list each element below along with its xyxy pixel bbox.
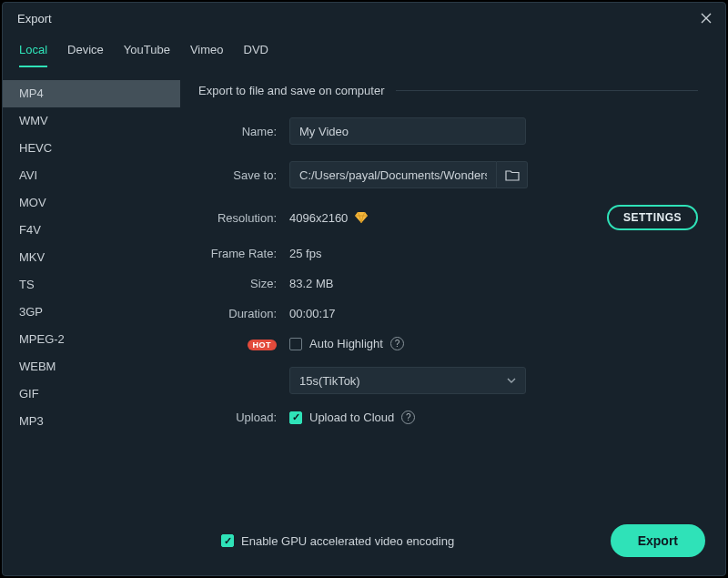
auto-highlight-checkbox[interactable] [289, 338, 302, 350]
save-to-input[interactable] [289, 161, 497, 188]
select-value: 15s(TikTok) [299, 374, 360, 388]
format-item-mov[interactable]: MOV [3, 189, 180, 217]
resolution-label: Resolution: [198, 211, 289, 225]
export-button[interactable]: Export [611, 524, 705, 557]
highlight-duration-select[interactable]: 15s(TikTok) [289, 367, 526, 394]
upload-cloud-label: Upload to Cloud [309, 411, 394, 424]
format-item-mp3[interactable]: MP3 [3, 408, 180, 435]
row-duration: Duration: 00:00:17 [198, 307, 698, 320]
window-title: Export [17, 12, 52, 25]
name-input[interactable] [289, 117, 526, 145]
format-item-wmv[interactable]: WMV [3, 107, 180, 135]
folder-icon [505, 169, 520, 181]
chevron-down-icon [507, 378, 516, 383]
row-highlight-select: 15s(TikTok) [198, 367, 698, 394]
close-icon [701, 13, 712, 24]
titlebar: Export [3, 3, 725, 32]
tab-local[interactable]: Local [19, 37, 47, 67]
row-save-to: Save to: [198, 161, 698, 188]
export-dialog: Export Local Device YouTube Vimeo DVD MP… [2, 2, 726, 576]
format-item-mpeg2[interactable]: MPEG-2 [3, 326, 180, 353]
main-panel: Export to file and save on computer Name… [180, 67, 725, 515]
row-auto-highlight: HOT Auto Highlight ? [198, 337, 698, 350]
row-upload: Upload: ✓ Upload to Cloud ? [198, 411, 698, 424]
tab-vimeo[interactable]: Vimeo [190, 37, 224, 66]
format-item-mp4[interactable]: MP4 [3, 80, 180, 107]
row-resolution: Resolution: 4096x2160 SETTINGS [198, 205, 698, 230]
dialog-body: MP4 WMV HEVC AVI MOV F4V MKV TS 3GP MPEG… [3, 67, 725, 515]
dialog-footer: ✓ Enable GPU accelerated video encoding … [3, 515, 725, 575]
format-item-ts[interactable]: TS [3, 271, 180, 299]
settings-button[interactable]: SETTINGS [607, 205, 698, 230]
format-item-mkv[interactable]: MKV [3, 244, 180, 271]
format-item-webm[interactable]: WEBM [3, 353, 180, 380]
format-item-gif[interactable]: GIF [3, 380, 180, 408]
size-value: 83.2 MB [289, 277, 333, 290]
row-size: Size: 83.2 MB [198, 277, 698, 290]
name-label: Name: [198, 125, 289, 138]
browse-folder-button[interactable] [497, 161, 528, 188]
resolution-value: 4096x2160 [289, 211, 348, 225]
size-label: Size: [198, 277, 289, 290]
gpu-checkbox[interactable]: ✓ [221, 534, 234, 547]
tab-bar: Local Device YouTube Vimeo DVD [3, 32, 725, 67]
divider [396, 90, 698, 91]
format-item-hevc[interactable]: HEVC [3, 135, 180, 162]
format-item-f4v[interactable]: F4V [3, 217, 180, 244]
help-icon[interactable]: ? [390, 337, 404, 350]
frame-rate-label: Frame Rate: [198, 247, 289, 260]
tab-device[interactable]: Device [67, 37, 104, 66]
row-frame-rate: Frame Rate: 25 fps [198, 247, 698, 260]
upload-cloud-checkbox[interactable]: ✓ [289, 411, 302, 424]
section-header: Export to file and save on computer [198, 84, 698, 97]
tab-dvd[interactable]: DVD [244, 37, 268, 66]
tab-youtube[interactable]: YouTube [124, 37, 170, 66]
upload-label: Upload: [198, 411, 289, 424]
format-item-3gp[interactable]: 3GP [3, 299, 180, 326]
format-item-avi[interactable]: AVI [3, 162, 180, 189]
auto-highlight-label: Auto Highlight [309, 337, 383, 350]
gpu-row: ✓ Enable GPU accelerated video encoding [221, 534, 454, 548]
diamond-icon [355, 212, 368, 223]
row-name: Name: [198, 117, 698, 145]
frame-rate-value: 25 fps [289, 247, 321, 260]
gpu-label: Enable GPU accelerated video encoding [241, 534, 454, 548]
save-to-label: Save to: [198, 168, 289, 182]
close-button[interactable] [698, 10, 714, 26]
hot-badge: HOT [248, 340, 278, 350]
duration-label: Duration: [198, 307, 289, 320]
help-icon[interactable]: ? [401, 411, 415, 424]
format-sidebar: MP4 WMV HEVC AVI MOV F4V MKV TS 3GP MPEG… [3, 67, 180, 515]
duration-value: 00:00:17 [289, 307, 336, 320]
section-title: Export to file and save on computer [198, 84, 385, 97]
